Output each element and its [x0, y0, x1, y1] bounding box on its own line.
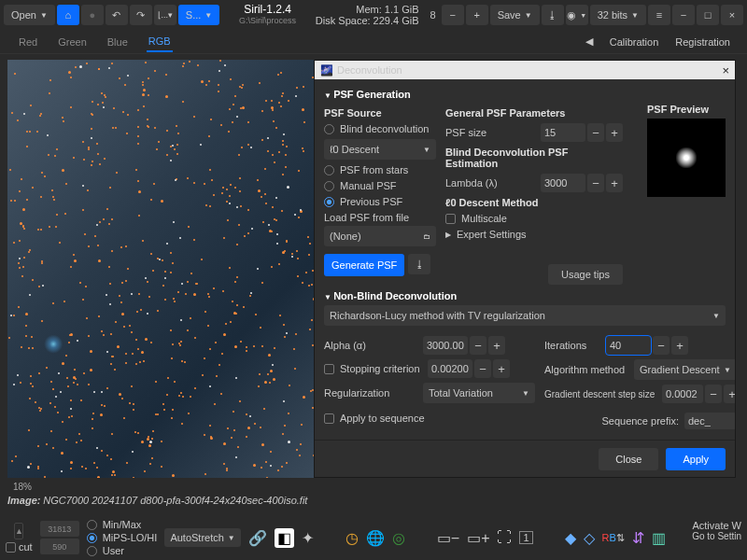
- rotate-left-icon[interactable]: ◆: [565, 529, 576, 547]
- dialog-titlebar[interactable]: 🌌 Deconvolution ×: [315, 61, 735, 79]
- image-canvas[interactable]: [7, 60, 314, 478]
- prev-up-icon[interactable]: ▲: [14, 523, 23, 539]
- target-icon[interactable]: ◎: [392, 529, 405, 547]
- open-button[interactable]: Open ▼: [4, 5, 55, 25]
- stack-icon[interactable]: ▥: [652, 529, 666, 547]
- method-select[interactable]: Richardson-Lucy method with TV regulariz…: [324, 305, 726, 326]
- psf-preview-image: [676, 147, 697, 168]
- bits-button[interactable]: 32 bits ▼: [590, 5, 646, 25]
- radio-mips[interactable]: MiPS-LO/HI: [87, 532, 158, 543]
- chevron-down-icon: ▼: [204, 11, 212, 20]
- descent-select[interactable]: ℓ0 Descent▼: [324, 139, 436, 160]
- general-params-label: General PSF Parameters: [445, 107, 623, 119]
- home-icon: ⌂: [65, 9, 72, 21]
- invert-icon[interactable]: ◧: [275, 528, 294, 548]
- zoom-out-icon[interactable]: ▭−: [437, 529, 459, 547]
- psf-size-spinner[interactable]: −+: [541, 123, 623, 142]
- image-filename: Image: NGC7000 20241107 d800-pfa-300f4-2…: [7, 495, 307, 506]
- tab-registration[interactable]: Registration: [675, 36, 730, 48]
- zoom-value: 8: [430, 9, 436, 21]
- minimize-button[interactable]: −: [672, 5, 695, 25]
- lo-value[interactable]: [40, 539, 79, 554]
- close-window-button[interactable]: ×: [721, 5, 743, 25]
- memory-status: Mem: 1.1 GiBDisk Space: 229.4 GiB: [316, 4, 419, 26]
- tab-rgb[interactable]: RGB: [147, 32, 173, 52]
- cut-check[interactable]: [6, 542, 16, 553]
- seq-prefix-input[interactable]: [684, 413, 735, 429]
- hi-value[interactable]: [40, 521, 79, 537]
- tab-blue[interactable]: Blue: [106, 33, 130, 51]
- link-icon[interactable]: 🔗: [248, 529, 267, 547]
- generate-psf-button[interactable]: Generate PSF: [324, 254, 404, 276]
- rotate-right-icon[interactable]: ◇: [584, 529, 595, 547]
- radio-manual-psf[interactable]: Manual PSF: [324, 180, 436, 191]
- zoom-out-button[interactable]: −: [442, 5, 464, 25]
- clock-icon[interactable]: ◷: [345, 529, 359, 547]
- multiscale-check[interactable]: Multiscale: [445, 213, 623, 224]
- home-button[interactable]: ⌂: [57, 5, 79, 25]
- save-button[interactable]: Save ▼: [490, 5, 540, 25]
- nav-left-icon[interactable]: ◀: [585, 35, 593, 48]
- snapshot-button[interactable]: ◉▼: [566, 5, 588, 25]
- deconvolution-dialog: 🌌 Deconvolution × PSF Generation PSF Pre…: [314, 60, 736, 478]
- layers-button[interactable]: ⌊...▾: [154, 5, 176, 25]
- flip-rb-icon[interactable]: RB⇅: [602, 532, 625, 544]
- globe-icon[interactable]: 🌐: [366, 529, 385, 547]
- layers-icon: ⌊...▾: [158, 10, 174, 20]
- radio-minmax[interactable]: Min/Max: [87, 519, 158, 530]
- chevron-down-icon: ▼: [423, 146, 430, 154]
- one-to-one-icon[interactable]: 1: [519, 531, 532, 544]
- zoom-in-icon[interactable]: ▭+: [467, 529, 489, 547]
- maximize-button[interactable]: □: [697, 5, 719, 25]
- fit-icon[interactable]: ⛶: [497, 529, 512, 546]
- step-spinner[interactable]: −+: [662, 385, 735, 403]
- radio-user[interactable]: User: [87, 545, 158, 556]
- lambda-spinner[interactable]: −+: [541, 174, 623, 192]
- stopping-check[interactable]: [324, 364, 334, 374]
- star-detect-icon[interactable]: ✦: [302, 529, 314, 547]
- tab-calibration[interactable]: Calibration: [610, 36, 659, 48]
- alpha-spinner[interactable]: −+: [423, 336, 505, 355]
- folder-icon: 🗀: [423, 232, 430, 241]
- download-icon: ⭳: [415, 259, 425, 270]
- psf-generation-section[interactable]: PSF Generation: [324, 89, 726, 100]
- iterations-spinner[interactable]: −+: [606, 336, 688, 355]
- undo-icon: ↶: [112, 9, 120, 21]
- dialog-close-button[interactable]: ×: [722, 63, 729, 77]
- download-button[interactable]: ⭳: [542, 5, 564, 25]
- dialog-close-btn[interactable]: Close: [599, 448, 658, 470]
- autostretch-select[interactable]: AutoStretch▼: [164, 528, 240, 547]
- apply-seq-check[interactable]: [324, 413, 334, 424]
- hamburger-icon: ≡: [656, 9, 662, 21]
- non-blind-section[interactable]: Non-Blind Deconvolution: [324, 290, 726, 301]
- tab-green[interactable]: Green: [56, 33, 89, 51]
- tab-red[interactable]: Red: [17, 33, 39, 51]
- script-button[interactable]: S...▼: [178, 5, 219, 25]
- load-psf-label: Load PSF from file: [324, 212, 436, 223]
- algorithm-select[interactable]: Gradient Descent▼: [634, 359, 735, 380]
- save-psf-button[interactable]: ⭳: [408, 254, 430, 274]
- bottom-toolbar: ▲ cut Min/Max MiPS-LO/HI User AutoStretc…: [0, 515, 747, 560]
- stopping-spinner[interactable]: −+: [428, 359, 510, 378]
- mirror-icon[interactable]: ⇵: [632, 529, 644, 547]
- zoom-in-button[interactable]: +: [466, 5, 488, 25]
- channel-tabs: Red Green Blue RGB ◀ Calibration Registr…: [0, 30, 747, 54]
- psf-source-label: PSF Source: [324, 107, 436, 119]
- usage-tips-button[interactable]: Usage tips: [548, 264, 623, 285]
- expert-settings-toggle[interactable]: ▶Expert Settings: [445, 229, 623, 240]
- camera-icon: ◉: [567, 9, 576, 21]
- radio-blind[interactable]: Blind deconvolution: [324, 123, 436, 134]
- window-title: Siril-1.2.4 G:\Siril\process: [221, 4, 314, 25]
- top-toolbar: Open ▼ ⌂ ● ↶ ↷ ⌊...▾ S...▼ Siril-1.2.4 G…: [0, 0, 747, 30]
- chevron-down-icon: ▼: [40, 11, 48, 20]
- record-button[interactable]: ●: [81, 5, 104, 25]
- undo-button[interactable]: ↶: [106, 5, 128, 25]
- regularization-select[interactable]: Total Variation▼: [423, 383, 535, 403]
- dialog-apply-btn[interactable]: Apply: [666, 448, 726, 470]
- psf-file-select[interactable]: (None)🗀: [324, 226, 436, 246]
- redo-icon: ↷: [136, 9, 145, 21]
- radio-psf-stars[interactable]: PSF from stars: [324, 164, 436, 175]
- redo-button[interactable]: ↷: [130, 5, 152, 25]
- menu-button[interactable]: ≡: [648, 5, 670, 25]
- radio-previous-psf[interactable]: Previous PSF: [324, 196, 436, 207]
